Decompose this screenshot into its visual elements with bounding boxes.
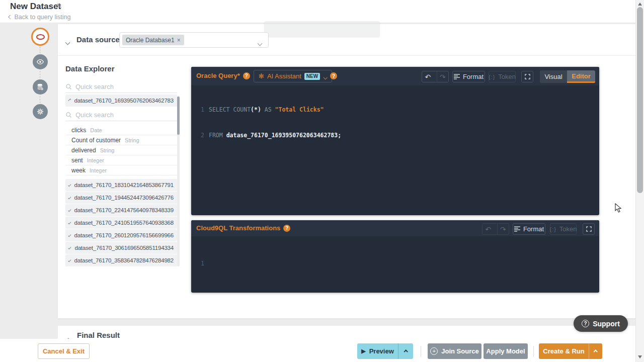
edit-title-icon[interactable]: ✎ — [56, 2, 62, 10]
ai-assistant-label: AI Assistant — [267, 72, 301, 80]
cloud9ql-title-text: Cloud9QL Transformations — [196, 224, 280, 232]
c9ql-editor[interactable]: 1 — [191, 242, 599, 285]
chevron-down-icon — [68, 246, 71, 249]
data-source-dropdown[interactable]: Oracle Database1 × — [119, 32, 269, 48]
data-source-chip[interactable]: Oracle Database1 × — [122, 35, 184, 45]
dataset-item-collapsed[interactable]: dataset_76170_2601209576156699966 — [65, 229, 177, 241]
scrollbar-down-arrow[interactable] — [638, 355, 642, 358]
question-circle-icon: ? — [582, 320, 589, 327]
dataset-name: dataset_76170_3583647828476284982 — [74, 257, 174, 263]
visual-editor-toggle: Visual Editor — [540, 70, 595, 83]
stepper-connector — [40, 96, 40, 103]
dataset-item-collapsed[interactable]: dataset_76170_2410519557640938368 — [65, 217, 177, 229]
line-number: 1 — [196, 106, 204, 114]
join-source-button[interactable]: + Join Source — [428, 343, 481, 359]
page-scrollbar[interactable] — [635, 0, 644, 362]
token-button: {:} Token — [489, 71, 516, 82]
undo-button[interactable]: ↶ — [422, 71, 434, 82]
create-run-button[interactable]: Create & Run — [539, 343, 589, 359]
oracle-query-panel: Oracle Query* ? ✻ AI Assistant NEW ? ↶ ↷… — [191, 67, 599, 215]
oracle-query-title-text: Oracle Query* — [196, 72, 240, 79]
fullscreen-icon — [525, 74, 530, 79]
dataset-item-collapsed[interactable]: dataset_76170_1831042164853867791 — [65, 179, 177, 191]
step-preview-icon[interactable] — [33, 54, 48, 69]
support-button[interactable]: ? Support — [574, 315, 628, 332]
cloud9ql-title: Cloud9QL Transformations ? — [196, 224, 290, 232]
dataset-item-collapsed[interactable]: dataset_76170_1944524473096426776 — [65, 192, 177, 204]
final-result-section — [58, 326, 638, 339]
fading-toast — [264, 21, 380, 37]
play-icon: ▶ — [361, 348, 365, 354]
cancel-exit-button[interactable]: Cancel & Exit — [38, 343, 90, 359]
chevron-down-icon — [68, 209, 71, 212]
line-number: 2 — [196, 131, 204, 140]
page-title: New Dataset — [10, 2, 61, 12]
step-settings-icon[interactable] — [33, 104, 48, 119]
field-row[interactable]: Count of customer String — [65, 135, 177, 145]
search-icon — [65, 112, 72, 118]
sql-line: 1 SELECT COUNT(*) AS "Total Clicks" — [191, 106, 599, 114]
dataset-field-search-input[interactable] — [75, 111, 166, 119]
footer-bar: Cancel & Exit ▶ Preview + Join Source Ap… — [0, 339, 644, 362]
dataset-name: dataset_76170_2241475640978348339 — [74, 207, 174, 213]
expand-button[interactable] — [583, 223, 595, 235]
dataset-item-expanded[interactable]: dataset_76170_1693950762063462783 — [65, 95, 177, 107]
create-run-options-button[interactable] — [589, 343, 602, 359]
field-row[interactable]: delivered String — [65, 145, 177, 155]
chevron-down-icon — [68, 221, 71, 224]
dataset-item-collapsed[interactable]: dataset_76170_2241475640978348339 — [65, 204, 177, 216]
help-icon[interactable]: ? — [330, 72, 337, 79]
c9ql-line: 1 — [191, 259, 599, 268]
explorer-search — [65, 80, 177, 93]
plus-circle-icon: + — [430, 347, 438, 355]
oracle-query-header — [191, 67, 599, 85]
dataset-name: dataset_76170_1944524473096426776 — [74, 195, 174, 201]
chip-remove-icon[interactable]: × — [177, 37, 181, 44]
tab-editor[interactable]: Editor — [567, 70, 595, 83]
chevron-down-icon — [65, 40, 70, 45]
fullscreen-icon — [586, 226, 592, 232]
final-result-label: Final Result — [77, 331, 120, 339]
field-name: sent — [71, 157, 83, 164]
data-source-collapse-icon[interactable] — [66, 37, 69, 46]
format-button[interactable]: Format — [513, 223, 545, 235]
apply-model-button[interactable]: Apply Model — [484, 343, 528, 359]
format-button[interactable]: Format — [452, 71, 485, 82]
step-transform-icon[interactable] — [33, 79, 48, 95]
dataset-field-search — [65, 109, 177, 121]
dataset-item-collapsed[interactable]: dataset_76170_3061696505851194334 — [65, 242, 177, 254]
sql-editor[interactable]: 1 SELECT COUNT(*) AS "Total Clicks" 2 FR… — [191, 88, 599, 157]
help-icon[interactable]: ? — [283, 225, 290, 232]
back-to-query-listing-link[interactable]: Back to query listing — [9, 14, 70, 21]
chevron-up-icon — [404, 350, 408, 354]
chevron-down-icon — [68, 234, 71, 237]
scrollbar-thumb[interactable] — [637, 7, 643, 193]
step-datasource-oracle-icon[interactable] — [31, 28, 49, 46]
field-name: week — [71, 167, 86, 174]
redo-button: ↷ — [437, 71, 448, 82]
sql-code: SELECT COUNT(*) AS "Total Clicks" — [209, 106, 324, 114]
data-source-chip-label: Oracle Database1 — [126, 37, 175, 44]
preview-button[interactable]: ▶ Preview — [357, 343, 398, 359]
format-label: Format — [463, 73, 484, 80]
tree-scrollbar-thumb[interactable] — [177, 97, 180, 135]
field-row[interactable]: week Integer — [65, 165, 177, 175]
scrollbar-up-arrow[interactable] — [638, 3, 642, 6]
field-row[interactable]: clicks Date — [65, 125, 177, 135]
dataset-item-collapsed[interactable]: dataset_76170_3583647828476284982 — [65, 254, 177, 266]
ai-assistant-button[interactable]: ✻ AI Assistant NEW — [254, 70, 332, 82]
token-icon: {:} — [489, 74, 495, 80]
field-type: Date — [90, 127, 102, 133]
stepper-connector — [40, 71, 40, 78]
token-label: Token — [559, 225, 577, 233]
line-number: 1 — [196, 259, 204, 268]
search-icon — [65, 83, 72, 90]
help-icon[interactable]: ? — [243, 72, 250, 79]
tab-visual[interactable]: Visual — [540, 70, 567, 83]
preview-options-button[interactable] — [398, 343, 413, 359]
field-row[interactable]: sent Integer — [65, 155, 177, 165]
expand-button[interactable] — [521, 71, 533, 82]
tree-scrollbar-track[interactable] — [177, 96, 180, 266]
oracle-logo-icon — [36, 34, 45, 40]
explorer-search-input[interactable] — [75, 83, 166, 90]
